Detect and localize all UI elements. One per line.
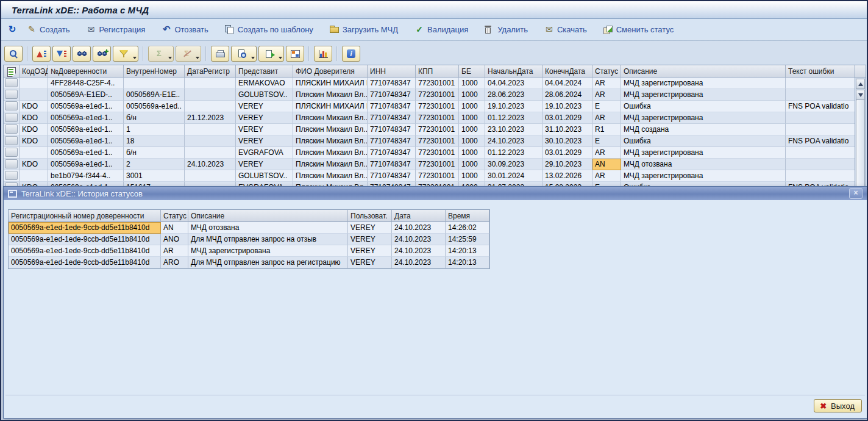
cell[interactable]: 0050569A-E1ED-..	[48, 89, 124, 101]
column-header-4[interactable]: ДатаРегистр	[185, 65, 236, 77]
cell[interactable]: VEREY	[236, 124, 293, 135]
cell[interactable]: 1000	[459, 124, 485, 135]
cell[interactable]: 7710748347	[368, 77, 416, 89]
cell[interactable]: AR	[592, 77, 621, 89]
cell[interactable]: Пляскин Михаил Вл..	[293, 89, 368, 101]
cell[interactable]: 14:25:59	[446, 234, 489, 245]
row-select-button[interactable]	[5, 159, 18, 168]
cell[interactable]: 30.10.2023	[542, 135, 592, 147]
cell[interactable]: 772301001	[416, 124, 459, 135]
cell[interactable]: 1000	[459, 77, 485, 89]
cell[interactable]: Пляскин Михаил Вл..	[293, 124, 368, 135]
cell[interactable]: 772301001	[416, 147, 459, 159]
upload-mchd-button[interactable]: Загрузить МЧД	[330, 25, 398, 34]
cell[interactable]: 3001	[124, 170, 185, 182]
cell[interactable]: 30.01.2024	[485, 170, 542, 182]
cell[interactable]: 7710748347	[368, 101, 416, 112]
print-preview-button[interactable]	[231, 46, 257, 62]
cell[interactable]: МЧД зарегистрирована	[621, 170, 786, 182]
column-header-4[interactable]: Пользоват.	[348, 210, 392, 222]
cell[interactable]	[786, 124, 855, 135]
cell[interactable]: МЧД создана	[621, 124, 786, 135]
cell[interactable]: ERMAKOVAO	[236, 77, 293, 89]
cell[interactable]: 772301001	[416, 77, 459, 89]
cell[interactable]: 19.10.2023	[485, 101, 542, 112]
column-header-1[interactable]: КодОЭД	[20, 65, 48, 77]
cell[interactable]: ПЛЯСКИН МИХАИЛ В..	[293, 77, 368, 89]
registration-button[interactable]: ✉Регистрация	[86, 24, 145, 34]
sort-descending-button[interactable]	[52, 46, 71, 62]
cell[interactable]: 24.10.2023	[185, 159, 236, 170]
cell[interactable]	[185, 77, 236, 89]
cell[interactable]: 28.06.2024	[542, 89, 592, 101]
cell[interactable]: 24.10.2023	[392, 234, 446, 245]
cell[interactable]: 24.10.2023	[392, 222, 446, 234]
cell[interactable]: AR	[592, 112, 621, 124]
row-select-cell[interactable]	[4, 89, 20, 101]
column-header-6[interactable]: ФИО Доверителя	[293, 65, 368, 77]
cell[interactable]: VEREY	[348, 222, 392, 234]
change-status-button[interactable]: Сменить статус	[603, 25, 674, 34]
cell[interactable]: 0050569a-e1ed-1..	[48, 124, 124, 135]
export-button[interactable]	[258, 46, 284, 62]
cell[interactable]: 0050569a-e1ed-1..	[48, 147, 124, 159]
cell[interactable]: 7710748347	[368, 112, 416, 124]
details-button[interactable]	[4, 46, 23, 62]
column-header-5[interactable]: Представит	[236, 65, 293, 77]
cell[interactable]: ПЛЯСКИН МИХАИЛ В..	[293, 101, 368, 112]
cell[interactable]: МЧД зарегистрирована	[621, 77, 786, 89]
cell[interactable]: AR	[161, 245, 188, 257]
column-header-12[interactable]: Статус	[592, 65, 621, 77]
cell[interactable]: R1	[592, 124, 621, 135]
create-from-template-button[interactable]: Создать по шаблону	[225, 25, 313, 34]
revoke-button[interactable]: ↶Отозвать	[162, 24, 208, 34]
cell[interactable]: E	[592, 135, 621, 147]
column-header-2[interactable]: №Доверенности	[48, 65, 124, 77]
cell[interactable]: 0050569a-e1ed-1ede-9ccb-dd5e11b8410d	[9, 257, 161, 268]
cell[interactable]: 01.12.2023	[485, 112, 542, 124]
row-select-cell[interactable]	[4, 77, 20, 89]
cell[interactable]: 14:20:13	[446, 245, 489, 257]
sort-ascending-button[interactable]	[32, 46, 51, 62]
column-header-11[interactable]: КонечнДата	[542, 65, 592, 77]
cell[interactable]: 1000	[459, 101, 485, 112]
cell[interactable]: Ошибка	[621, 101, 786, 112]
cell[interactable]: 0050569a-e1ed-1..	[48, 101, 124, 112]
cell[interactable]: 01.12.2023	[485, 147, 542, 159]
column-header-7[interactable]: ИНН	[368, 65, 416, 77]
row-select-button[interactable]	[5, 136, 18, 145]
cell[interactable]: б/н	[124, 147, 185, 159]
cell[interactable]	[786, 89, 855, 101]
cell[interactable]	[786, 112, 855, 124]
column-header-8[interactable]: КПП	[416, 65, 459, 77]
cell[interactable]: 1000	[459, 89, 485, 101]
row-select-cell[interactable]	[4, 124, 20, 135]
create-button[interactable]: ✎Создать	[27, 24, 69, 34]
cell[interactable]: 04.04.2024	[542, 77, 592, 89]
cell[interactable]	[185, 170, 236, 182]
row-select-cell[interactable]	[4, 135, 20, 147]
row-select-cell[interactable]	[4, 147, 20, 159]
column-header-9[interactable]: БЕ	[459, 65, 485, 77]
cell[interactable]: FNS POA validatio	[786, 135, 855, 147]
cell[interactable]: KDO	[20, 135, 48, 147]
column-header-1[interactable]: Регистрационный номер доверенности	[9, 210, 161, 222]
column-header-5[interactable]: Дата	[392, 210, 446, 222]
cell[interactable]: 13.02.2026	[542, 170, 592, 182]
column-header-13[interactable]: Описание	[621, 65, 786, 77]
cell[interactable]: 772301001	[416, 112, 459, 124]
column-header-14[interactable]: Текст ошибки	[786, 65, 855, 77]
cell[interactable]	[20, 170, 48, 182]
cell[interactable]: 1000	[459, 159, 485, 170]
validation-button[interactable]: ✓Валидация	[414, 24, 468, 34]
print-button[interactable]	[211, 46, 229, 62]
cell[interactable]: 19.10.2023	[542, 101, 592, 112]
information-button[interactable]: i	[342, 46, 360, 62]
exit-button[interactable]: ✖ Выход	[814, 399, 862, 412]
row-select-cell[interactable]	[4, 170, 20, 182]
cell[interactable]: VEREY	[236, 159, 293, 170]
select-all-corner[interactable]	[4, 65, 20, 77]
cell[interactable]: 0050569a-e1ed-1ede-9ccb-dd5e11b8410d	[9, 222, 161, 234]
cell[interactable]: be1b0794-f344-4..	[48, 170, 124, 182]
cell[interactable]: 1000	[459, 112, 485, 124]
